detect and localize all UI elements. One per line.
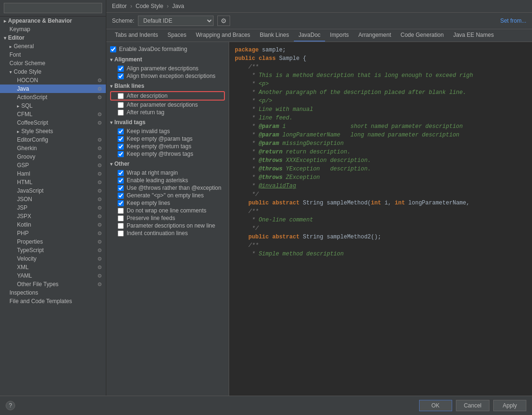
keep-empty-param-label[interactable]: Keep empty @param tags [127,136,193,142]
keep-empty-lines-checkbox[interactable] [118,200,124,206]
set-from-link[interactable]: Set from... [500,17,526,24]
keep-invalid-tags-checkbox[interactable] [118,128,124,135]
param-desc-new-line-row: Parameter descriptions on new line [110,222,225,229]
sidebar-item-inspections[interactable]: Inspections [0,288,106,297]
keep-empty-return-checkbox[interactable] [118,144,124,150]
after-description-checkbox[interactable] [118,93,124,99]
tab-tabs-and-indents[interactable]: Tabs and Indents [110,29,163,42]
tab-code-generation[interactable]: Code Generation [396,29,448,42]
sidebar-item-actionscript[interactable]: ActionScript ⚙ [0,93,106,102]
param-desc-new-line-checkbox[interactable] [118,223,124,229]
indent-continuation-label[interactable]: Indent continuation lines [127,230,188,237]
collapse-arrow[interactable]: ▾ [110,57,112,62]
tab-wrapping-and-braces[interactable]: Wrapping and Braces [191,29,255,42]
align-thrown-label[interactable]: Align thrown exception descriptions [127,73,215,79]
sidebar-item-label: Velocity [17,255,36,262]
enable-javadoc-label[interactable]: Enable JavaDoc formatting [119,46,187,52]
sidebar-item-jsp[interactable]: JSP ⚙ [0,203,106,212]
sidebar-item-coffeescript[interactable]: CoffeeScript ⚙ [0,119,106,127]
use-throws-label[interactable]: Use @throws rather than @exception [127,185,221,191]
after-return-tag-label[interactable]: After return tag [127,109,164,116]
enable-leading-asterisks-label[interactable]: Enable leading asterisks [127,177,188,184]
sidebar-item-hocon[interactable]: HOCON ⚙ [0,76,106,85]
apply-button[interactable]: Apply [493,400,526,411]
tab-spaces[interactable]: Spaces [163,29,191,42]
sidebar-item-color-scheme[interactable]: Color Scheme [0,59,106,68]
enable-javadoc-checkbox[interactable] [110,46,116,52]
sidebar-item-yaml[interactable]: YAML ⚙ [0,271,106,280]
sidebar-item-jspx[interactable]: JSPX ⚙ [0,212,106,220]
sidebar-item-kotlin[interactable]: Kotlin ⚙ [0,220,106,229]
preserve-line-feeds-checkbox[interactable] [118,215,124,221]
generate-p-label[interactable]: Generate "<p>" on empty lines [127,192,204,199]
gear-icon: ⚙ [97,247,102,254]
after-description-label[interactable]: After description [127,93,168,99]
help-button[interactable]: ? [6,401,15,410]
sidebar-item-html[interactable]: HTML ⚙ [0,178,106,186]
indent-continuation-checkbox[interactable] [118,230,124,237]
scheme-select[interactable]: Default IDE [138,16,214,26]
gear-icon: ⚙ [97,77,102,84]
sidebar-item-cfml[interactable]: CFML ⚙ [0,110,106,119]
tab-blank-lines[interactable]: Blank Lines [255,29,294,42]
sidebar-item-gsp[interactable]: GSP ⚙ [0,161,106,169]
tab-arrangement[interactable]: Arrangement [353,29,395,42]
sidebar-item-haml[interactable]: Haml ⚙ [0,169,106,178]
sidebar-item-label: YAML [17,272,32,279]
keep-empty-throws-checkbox[interactable] [118,151,124,157]
scheme-gear-button[interactable]: ⚙ [217,16,230,26]
sidebar-item-properties[interactable]: Properties ⚙ [0,237,106,246]
after-param-desc-checkbox[interactable] [118,102,124,108]
sidebar-item-php[interactable]: PHP ⚙ [0,229,106,237]
align-param-desc-label[interactable]: Align parameter descriptions [127,65,198,72]
keep-empty-return-label[interactable]: Keep empty @return tags [127,143,191,150]
sidebar-item-general[interactable]: ▸ General [0,42,106,51]
sidebar-item-keymap[interactable]: Keymap [0,25,106,34]
generate-p-checkbox[interactable] [118,193,124,199]
sidebar-item-typescript[interactable]: TypeScript ⚙ [0,246,106,254]
keep-empty-param-checkbox[interactable] [118,136,124,142]
sidebar-item-json[interactable]: JSON ⚙ [0,195,106,203]
after-return-tag-checkbox[interactable] [118,110,124,116]
param-desc-new-line-label[interactable]: Parameter descriptions on new line [127,222,215,229]
tab-imports[interactable]: Imports [325,29,353,42]
sidebar-item-editorconfig[interactable]: EditorConfig ⚙ [0,136,106,144]
sidebar-item-appearance[interactable]: ▸ Appearance & Behavior [0,17,106,25]
collapse-arrow[interactable]: ▾ [110,120,112,125]
keep-empty-throws-label[interactable]: Keep empty @throws tags [127,151,193,157]
after-param-desc-label[interactable]: After parameter descriptions [127,102,198,108]
alignment-section-header: ▾ Alignment [110,56,225,63]
collapse-arrow[interactable]: ▾ [110,161,112,167]
preserve-line-feeds-label[interactable]: Preserve line feeds [127,215,175,221]
tab-java-ee-names[interactable]: Java EE Names [448,29,498,42]
search-input[interactable] [4,3,102,13]
collapse-arrow[interactable]: ▾ [110,84,112,89]
sidebar-item-file-code-templates[interactable]: File and Code Templates [0,297,106,305]
align-thrown-checkbox[interactable] [118,73,124,79]
wrap-right-margin-label[interactable]: Wrap at right margin [127,169,178,176]
sidebar-item-javascript[interactable]: JavaScript ⚙ [0,186,106,195]
ok-button[interactable]: OK [419,400,452,411]
sidebar-item-code-style[interactable]: ▾ Code Style [0,68,106,76]
keep-empty-lines-label[interactable]: Keep empty lines [127,200,170,206]
use-throws-checkbox[interactable] [118,185,124,191]
sidebar-item-sql[interactable]: ▸ SQL [0,102,106,110]
panel-content: Enable JavaDoc formatting ▾ Alignment Al… [106,42,532,396]
align-param-desc-checkbox[interactable] [118,66,124,72]
enable-leading-asterisks-checkbox[interactable] [118,178,124,184]
cancel-button[interactable]: Cancel [456,400,489,411]
sidebar-item-groovy[interactable]: Groovy ⚙ [0,152,106,161]
sidebar-item-xml[interactable]: XML ⚙ [0,263,106,271]
sidebar-item-font[interactable]: Font [0,51,106,59]
do-not-wrap-label[interactable]: Do not wrap one line comments [127,207,206,214]
sidebar-item-java[interactable]: Java ⚙ [0,85,106,93]
sidebar-item-editor[interactable]: ▾ Editor [0,34,106,42]
sidebar-item-other-file-types[interactable]: Other File Types ⚙ [0,280,106,288]
wrap-right-margin-checkbox[interactable] [118,170,124,176]
tab-javadoc[interactable]: JavaDoc [294,29,326,42]
sidebar-item-stylesheets[interactable]: ▸ Style Sheets [0,127,106,136]
do-not-wrap-checkbox[interactable] [118,208,124,214]
sidebar-item-gherkin[interactable]: Gherkin ⚙ [0,144,106,152]
keep-invalid-tags-label[interactable]: Keep invalid tags [127,128,170,135]
sidebar-item-velocity[interactable]: Velocity ⚙ [0,254,106,263]
